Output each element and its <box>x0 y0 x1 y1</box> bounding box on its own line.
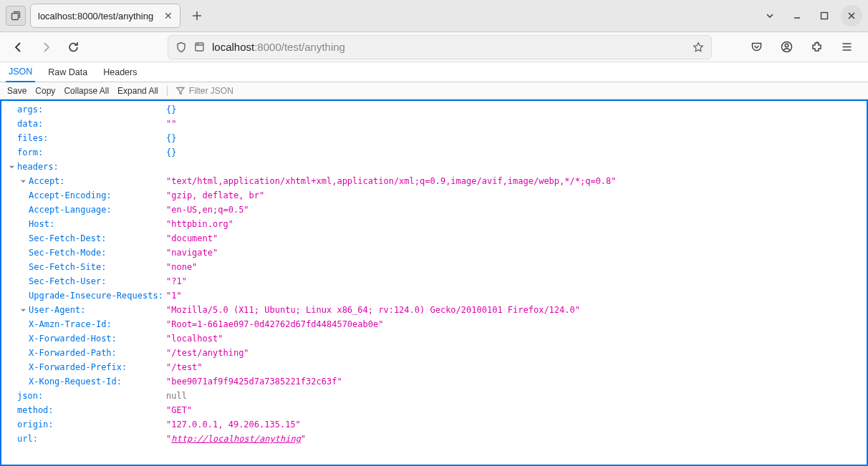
twisty-down-icon[interactable] <box>19 306 27 314</box>
json-row: Sec-Fetch-Mode:"navigate" <box>1 246 867 260</box>
save-button[interactable]: Save <box>7 86 26 96</box>
url-text: localhost:8000/test/anything <box>212 41 685 53</box>
copy-button[interactable]: Copy <box>35 86 55 96</box>
nav-toolbar: localhost:8000/test/anything <box>0 32 868 62</box>
bookmark-star-icon[interactable] <box>693 42 704 53</box>
json-row: Accept:"text/html,application/xhtml+xml,… <box>1 174 867 188</box>
separator <box>167 86 168 96</box>
forward-button[interactable] <box>34 36 57 59</box>
filter-json-input[interactable]: Filter JSON <box>176 86 233 96</box>
json-row: Sec-Fetch-User:"?1" <box>1 274 867 288</box>
json-row: url:"http://localhost/anything" <box>1 432 867 446</box>
json-row: headers: <box>1 160 867 174</box>
json-row: files:{} <box>1 131 867 145</box>
tab-headers[interactable]: Headers <box>100 63 140 82</box>
json-row: X-Forwarded-Prefix:"/test" <box>1 360 867 374</box>
pocket-icon[interactable] <box>746 37 766 57</box>
json-row: origin:"127.0.0.1, 49.206.135.15" <box>1 417 867 432</box>
extensions-icon[interactable] <box>806 37 826 57</box>
svg-rect-2 <box>196 43 203 51</box>
close-window-button[interactable] <box>841 5 862 26</box>
json-row: Accept-Language:"en-US,en;q=0.5" <box>1 203 867 217</box>
json-row: json:null <box>1 389 867 403</box>
json-row: method:"GET" <box>1 403 867 417</box>
tab-close-icon[interactable]: ✕ <box>164 11 173 21</box>
reload-button[interactable] <box>62 36 85 59</box>
back-button[interactable] <box>7 36 30 59</box>
json-row: data:"" <box>1 117 867 131</box>
funnel-icon <box>176 87 185 95</box>
url-link[interactable]: http://localhost/anything <box>171 434 301 444</box>
browser-tab[interactable]: localhost:8000/test/anything ✕ <box>30 4 180 28</box>
json-row: X-Forwarded-Path:"/test/anything" <box>1 346 867 360</box>
app-menu-icon[interactable] <box>836 37 857 57</box>
titlebar: localhost:8000/test/anything ✕ <box>0 0 868 32</box>
shield-icon[interactable] <box>175 42 187 53</box>
tab-json[interactable]: JSON <box>6 62 35 82</box>
viewer-toolbar: Save Copy Collapse All Expand All Filter… <box>0 82 868 99</box>
twisty-down-icon[interactable] <box>7 162 16 171</box>
tab-title: localhost:8000/test/anything <box>38 11 158 21</box>
svg-rect-1 <box>821 13 828 19</box>
json-row: form:{} <box>1 145 867 160</box>
page-info-icon[interactable] <box>194 42 205 52</box>
new-tab-button[interactable] <box>186 5 208 26</box>
viewer-tabs: JSON Raw Data Headers <box>0 62 868 82</box>
minimize-button[interactable] <box>786 5 808 26</box>
twisty-down-icon[interactable] <box>19 177 27 185</box>
collapse-all-button[interactable]: Collapse All <box>64 86 109 96</box>
json-row: Upgrade-Insecure-Requests:"1" <box>1 288 867 303</box>
json-row: X-Kong-Request-Id:"bee9071af9f9425d7a738… <box>1 374 867 389</box>
json-row: args:{} <box>1 102 867 117</box>
json-row: X-Amzn-Trace-Id:"Root=1-661ae097-0d42762… <box>1 317 867 331</box>
tab-raw-data[interactable]: Raw Data <box>45 63 90 82</box>
json-viewer[interactable]: args:{} data:"" files:{} form:{} headers… <box>0 99 868 466</box>
maximize-button[interactable] <box>814 5 835 26</box>
list-tabs-button[interactable] <box>759 5 781 26</box>
url-bar[interactable]: localhost:8000/test/anything <box>168 35 712 59</box>
all-tabs-button[interactable] <box>6 6 26 26</box>
json-row: Host:"httpbin.org" <box>1 217 867 231</box>
svg-point-4 <box>785 44 789 47</box>
json-row: X-Forwarded-Host:"localhost" <box>1 331 867 346</box>
account-icon[interactable] <box>776 37 796 57</box>
svg-rect-0 <box>12 14 19 20</box>
json-row: Sec-Fetch-Site:"none" <box>1 260 867 274</box>
json-row: Sec-Fetch-Dest:"document" <box>1 231 867 246</box>
json-row: Accept-Encoding:"gzip, deflate, br" <box>1 188 867 203</box>
json-row: User-Agent:"Mozilla/5.0 (X11; Ubuntu; Li… <box>1 303 867 317</box>
expand-all-button[interactable]: Expand All <box>117 86 158 96</box>
